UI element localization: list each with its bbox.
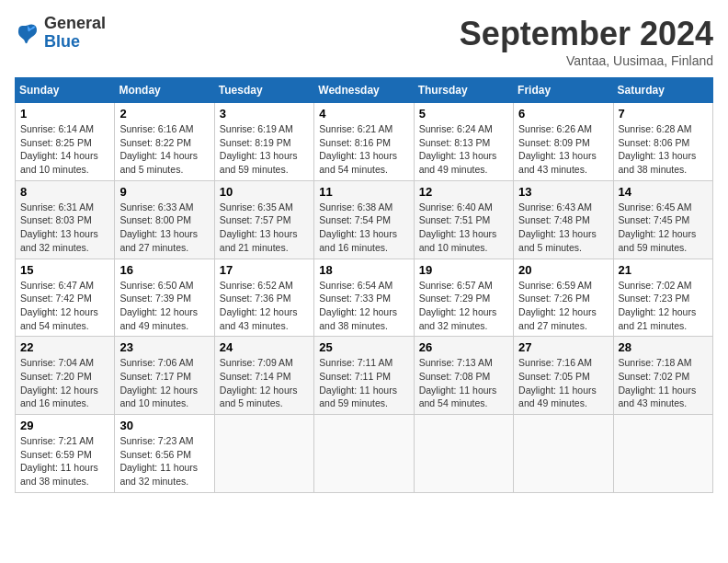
day-info: Sunrise: 6:54 AM Sunset: 7:33 PM Dayligh… (319, 279, 408, 333)
day-info: Sunrise: 6:40 AM Sunset: 7:51 PM Dayligh… (419, 201, 508, 255)
table-row: 2 Sunrise: 6:16 AM Sunset: 8:22 PM Dayli… (115, 103, 214, 181)
table-row: 29 Sunrise: 7:21 AM Sunset: 6:59 PM Dayl… (16, 415, 115, 493)
day-info: Sunrise: 6:59 AM Sunset: 7:26 PM Dayligh… (518, 279, 608, 333)
table-row: 13 Sunrise: 6:43 AM Sunset: 7:48 PM Dayl… (514, 180, 613, 259)
day-number: 1 (20, 107, 109, 121)
day-info: Sunrise: 7:16 AM Sunset: 7:05 PM Dayligh… (518, 356, 608, 410)
day-number: 3 (220, 107, 309, 121)
month-title: September 2024 (460, 15, 713, 53)
day-info: Sunrise: 7:18 AM Sunset: 7:02 PM Dayligh… (619, 356, 708, 410)
day-number: 15 (20, 263, 109, 277)
calendar-week-5: 29 Sunrise: 7:21 AM Sunset: 6:59 PM Dayl… (16, 415, 713, 493)
col-thursday: Thursday (414, 78, 513, 103)
table-row: 24 Sunrise: 7:09 AM Sunset: 7:14 PM Dayl… (214, 337, 313, 415)
day-info: Sunrise: 7:04 AM Sunset: 7:20 PM Dayligh… (20, 356, 109, 410)
table-row: 20 Sunrise: 6:59 AM Sunset: 7:26 PM Dayl… (514, 259, 613, 337)
logo-blue-text: Blue (44, 32, 80, 51)
table-row: 6 Sunrise: 6:26 AM Sunset: 8:09 PM Dayli… (514, 103, 613, 181)
location-subtitle: Vantaa, Uusimaa, Finland (460, 53, 713, 68)
day-info: Sunrise: 7:06 AM Sunset: 7:17 PM Dayligh… (119, 356, 209, 410)
table-row: 16 Sunrise: 6:50 AM Sunset: 7:39 PM Dayl… (115, 259, 214, 337)
table-row: 25 Sunrise: 7:11 AM Sunset: 7:11 PM Dayl… (314, 337, 414, 415)
day-info: Sunrise: 6:14 AM Sunset: 8:25 PM Dayligh… (20, 122, 109, 177)
day-number: 8 (20, 185, 109, 199)
col-sunday: Sunday (16, 78, 115, 103)
day-info: Sunrise: 7:09 AM Sunset: 7:14 PM Dayligh… (220, 356, 309, 410)
table-row: 14 Sunrise: 6:45 AM Sunset: 7:45 PM Dayl… (613, 180, 712, 259)
col-wednesday: Wednesday (314, 78, 414, 103)
day-info: Sunrise: 6:52 AM Sunset: 7:36 PM Dayligh… (220, 279, 309, 333)
page-header: General Blue September 2024 Vantaa, Uusi… (15, 15, 713, 68)
table-row: 5 Sunrise: 6:24 AM Sunset: 8:13 PM Dayli… (414, 103, 513, 181)
table-row: 7 Sunrise: 6:28 AM Sunset: 8:06 PM Dayli… (613, 103, 712, 181)
day-info: Sunrise: 6:19 AM Sunset: 8:19 PM Dayligh… (220, 122, 309, 177)
table-row: 3 Sunrise: 6:19 AM Sunset: 8:19 PM Dayli… (214, 103, 313, 181)
day-number: 13 (518, 185, 608, 199)
day-number: 19 (419, 263, 508, 277)
day-info: Sunrise: 7:02 AM Sunset: 7:23 PM Dayligh… (619, 279, 708, 333)
day-number: 25 (319, 340, 408, 354)
table-row: 8 Sunrise: 6:31 AM Sunset: 8:03 PM Dayli… (16, 180, 115, 259)
day-info: Sunrise: 6:57 AM Sunset: 7:29 PM Dayligh… (419, 279, 508, 333)
day-number: 20 (518, 263, 608, 277)
day-number: 28 (619, 340, 708, 354)
day-info: Sunrise: 7:23 AM Sunset: 6:56 PM Dayligh… (119, 434, 209, 488)
day-number: 6 (518, 107, 608, 121)
table-row: 22 Sunrise: 7:04 AM Sunset: 7:20 PM Dayl… (16, 337, 115, 415)
table-row: 23 Sunrise: 7:06 AM Sunset: 7:17 PM Dayl… (115, 337, 214, 415)
calendar-table: Sunday Monday Tuesday Wednesday Thursday… (15, 77, 713, 493)
day-number: 21 (619, 263, 708, 277)
table-row: 4 Sunrise: 6:21 AM Sunset: 8:16 PM Dayli… (314, 103, 414, 181)
day-number: 9 (119, 185, 209, 199)
day-number: 12 (419, 185, 508, 199)
calendar-week-3: 15 Sunrise: 6:47 AM Sunset: 7:42 PM Dayl… (16, 259, 713, 337)
table-row: 30 Sunrise: 7:23 AM Sunset: 6:56 PM Dayl… (115, 415, 214, 493)
table-row: 21 Sunrise: 7:02 AM Sunset: 7:23 PM Dayl… (613, 259, 712, 337)
day-info: Sunrise: 6:33 AM Sunset: 8:00 PM Dayligh… (119, 201, 209, 255)
title-block: September 2024 Vantaa, Uusimaa, Finland (460, 15, 713, 68)
table-row: 15 Sunrise: 6:47 AM Sunset: 7:42 PM Dayl… (16, 259, 115, 337)
day-info: Sunrise: 6:38 AM Sunset: 7:54 PM Dayligh… (319, 201, 408, 255)
day-number: 27 (518, 340, 608, 354)
day-number: 4 (319, 107, 408, 121)
day-info: Sunrise: 6:35 AM Sunset: 7:57 PM Dayligh… (220, 201, 309, 255)
day-info: Sunrise: 6:26 AM Sunset: 8:09 PM Dayligh… (518, 122, 608, 177)
day-number: 22 (20, 340, 109, 354)
day-number: 29 (20, 419, 109, 432)
day-number: 26 (419, 340, 508, 354)
table-row: 28 Sunrise: 7:18 AM Sunset: 7:02 PM Dayl… (613, 337, 712, 415)
day-number: 30 (119, 419, 209, 432)
day-info: Sunrise: 6:16 AM Sunset: 8:22 PM Dayligh… (119, 122, 209, 177)
day-number: 23 (119, 340, 209, 354)
day-number: 24 (220, 340, 309, 354)
calendar-week-2: 8 Sunrise: 6:31 AM Sunset: 8:03 PM Dayli… (16, 180, 713, 259)
day-info: Sunrise: 6:45 AM Sunset: 7:45 PM Dayligh… (619, 201, 708, 255)
table-row (514, 415, 613, 493)
day-number: 7 (619, 107, 708, 121)
day-info: Sunrise: 7:13 AM Sunset: 7:08 PM Dayligh… (419, 356, 508, 410)
day-info: Sunrise: 7:11 AM Sunset: 7:11 PM Dayligh… (319, 356, 408, 410)
col-tuesday: Tuesday (214, 78, 313, 103)
logo-bird-icon (15, 20, 40, 46)
table-row (613, 415, 712, 493)
calendar-header-row: Sunday Monday Tuesday Wednesday Thursday… (16, 78, 713, 103)
logo: General Blue (15, 15, 106, 52)
table-row: 18 Sunrise: 6:54 AM Sunset: 7:33 PM Dayl… (314, 259, 414, 337)
day-info: Sunrise: 6:21 AM Sunset: 8:16 PM Dayligh… (319, 122, 408, 177)
table-row (214, 415, 313, 493)
col-monday: Monday (115, 78, 214, 103)
day-number: 2 (119, 107, 209, 121)
day-info: Sunrise: 6:31 AM Sunset: 8:03 PM Dayligh… (20, 201, 109, 255)
table-row: 26 Sunrise: 7:13 AM Sunset: 7:08 PM Dayl… (414, 337, 513, 415)
table-row: 17 Sunrise: 6:52 AM Sunset: 7:36 PM Dayl… (214, 259, 313, 337)
col-saturday: Saturday (613, 78, 712, 103)
day-info: Sunrise: 6:50 AM Sunset: 7:39 PM Dayligh… (119, 279, 209, 333)
day-number: 10 (220, 185, 309, 199)
table-row: 1 Sunrise: 6:14 AM Sunset: 8:25 PM Dayli… (16, 103, 115, 181)
day-number: 14 (619, 185, 708, 199)
day-info: Sunrise: 7:21 AM Sunset: 6:59 PM Dayligh… (20, 434, 109, 488)
day-info: Sunrise: 6:28 AM Sunset: 8:06 PM Dayligh… (619, 122, 708, 177)
table-row (414, 415, 513, 493)
table-row: 19 Sunrise: 6:57 AM Sunset: 7:29 PM Dayl… (414, 259, 513, 337)
day-number: 11 (319, 185, 408, 199)
